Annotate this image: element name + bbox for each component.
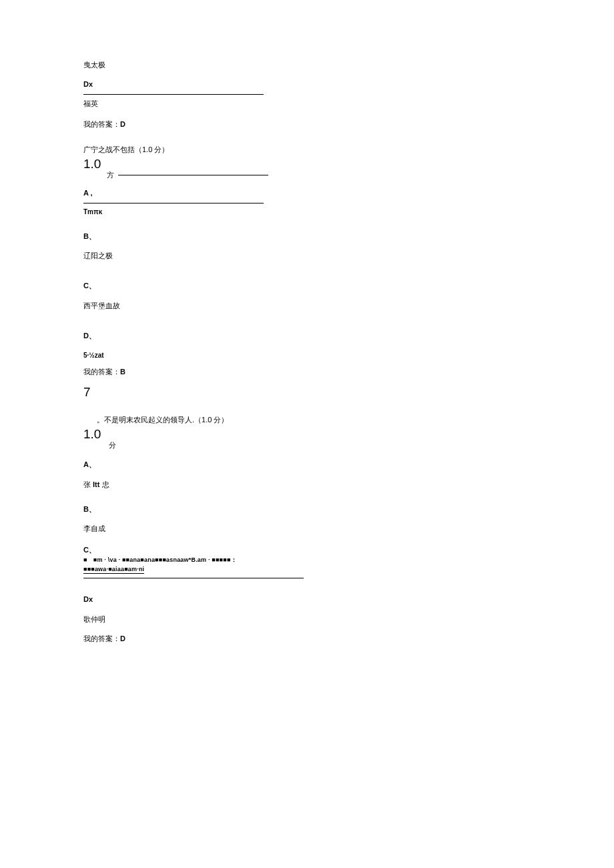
q6-score-number: 1.0 (83, 157, 531, 171)
q7-score-number: 1.0 (83, 428, 531, 442)
q7-a-part2: Itt (93, 480, 99, 488)
q7-option-a-label: A、 (83, 460, 531, 470)
q6-option-d-label: D、 (83, 331, 531, 341)
q5-my-answer: 我的答案：D (83, 119, 531, 129)
q5-option-d-text: 福英 (83, 99, 531, 109)
q6-option-a-text: Tmπκ (83, 207, 531, 217)
q7-option-b-text: 李自成 (83, 524, 531, 534)
my-answer-label: 我的答案： (83, 368, 120, 376)
q7-option-b-label: B、 (83, 504, 531, 514)
q7-option-d-label: Dx (83, 594, 531, 604)
q7-question: 。不是明末农民起义的领导人.（1.0 分） (83, 415, 531, 425)
q6-option-c-label: C、 (83, 281, 531, 291)
q6-question: 广宁之战不包括（1.0 分） (83, 145, 531, 155)
q6-option-d-text: 5∙½zat (83, 351, 531, 360)
q5-option-d-label: Dx (83, 79, 531, 89)
q7-option-a-text: 张 Itt 忠 (83, 480, 531, 490)
divider (83, 203, 264, 203)
q6-option-c-text: 西平堡血故 (83, 301, 531, 311)
q7-option-c-line2: ■■■awa·■aiaa■am·ni (83, 566, 144, 574)
q6-option-b-text: 辽阳之极 (83, 251, 531, 261)
divider (83, 94, 264, 95)
my-answer-value: B (120, 368, 125, 376)
q6-score-unit-row: 方 (83, 170, 531, 180)
q7-option-c-line1: ■ ■m · \va · ■■ana■ana■■■asnaaw*B.am · ■… (83, 556, 531, 564)
divider (118, 175, 268, 175)
q7-my-answer: 我的答案：D (83, 634, 531, 644)
q7-score-unit: 分 (83, 440, 531, 450)
my-answer-value: D (120, 634, 125, 642)
q7-a-part3: 忠 (99, 480, 109, 488)
q6-option-a-label: A , (83, 188, 531, 198)
my-answer-label: 我的答案： (83, 120, 120, 128)
q6-my-answer: 我的答案：B (83, 367, 531, 377)
q5-option-c-text: 曳太极 (83, 60, 531, 70)
q7-option-d-text: 歌仲明 (83, 614, 531, 624)
q7-a-part1: 张 (83, 480, 93, 488)
my-answer-label: 我的答案： (83, 634, 120, 642)
my-answer-value: D (120, 120, 125, 128)
q7-option-c-line2-wrap: ■■■awa·■aiaa■am·ni (83, 564, 531, 574)
q6-option-b-label: B、 (83, 232, 531, 242)
q6-score-unit: 方 (107, 171, 114, 179)
q7-number: 7 (83, 384, 531, 402)
divider (83, 578, 304, 578)
q7-option-c-label: C、 (83, 545, 531, 555)
